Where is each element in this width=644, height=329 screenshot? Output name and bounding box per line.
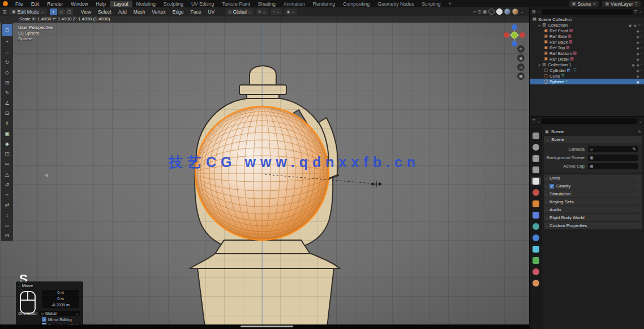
- sidebar-collapse-arrow[interactable]: ◀: [44, 172, 48, 178]
- tab-output[interactable]: [531, 154, 541, 163]
- tab-texture[interactable]: [531, 279, 541, 287]
- outliner-row-ref-bottom[interactable]: ▣ Ref Bottom ▨ ◉ ▫: [530, 50, 644, 56]
- background-scene-field[interactable]: ▣: [588, 155, 638, 161]
- exclude-checkbox[interactable]: ▣: [629, 23, 632, 27]
- pivot-point-dropdown[interactable]: ⊙ ⌄: [256, 8, 268, 15]
- menu-uv[interactable]: UV: [204, 9, 218, 15]
- workspace-tab-sculpting[interactable]: Sculpting: [160, 1, 187, 7]
- disable-render-icon[interactable]: ▫: [641, 40, 642, 44]
- axis-x-negative[interactable]: [504, 32, 509, 38]
- hide-eye-icon[interactable]: ◉: [637, 57, 639, 61]
- tool-edge-slide[interactable]: ⇄: [2, 200, 12, 210]
- axis-z-positive[interactable]: [512, 24, 517, 30]
- axis-z-negative[interactable]: [512, 41, 517, 46]
- tool-bevel[interactable]: ◆: [2, 139, 12, 148]
- snap-dropdown[interactable]: ∩ ⌄: [271, 8, 282, 15]
- mirror-editing-checkbox[interactable]: ✓: [42, 317, 46, 322]
- disable-viewport-icon[interactable]: ▪: [638, 23, 639, 27]
- move-z-field[interactable]: -0.2039 m: [42, 302, 79, 308]
- panel-simulation[interactable]: › Simulation ::: [544, 190, 642, 198]
- tool-measure[interactable]: ∠: [2, 98, 12, 108]
- workspace-tab-layout[interactable]: Layout: [110, 1, 132, 7]
- disable-render-icon[interactable]: ▫: [641, 29, 642, 33]
- tab-tool[interactable]: [531, 131, 541, 140]
- filter-funnel-icon[interactable]: ▽: [634, 10, 637, 14]
- transform-orientation-dropdown[interactable]: ◎ Global ⌄: [226, 8, 254, 15]
- shading-rendered-button[interactable]: [512, 8, 518, 15]
- tool-knife[interactable]: ✂: [2, 159, 12, 169]
- tab-modifiers[interactable]: [531, 211, 541, 219]
- add-workspace-button[interactable]: +: [445, 1, 456, 7]
- expand-caret[interactable]: ▾: [537, 63, 542, 67]
- properties-search-input[interactable]: [542, 118, 637, 124]
- move-y-field[interactable]: 0 m: [42, 296, 79, 302]
- filter-icon[interactable]: ▽: [635, 2, 638, 6]
- outliner-row-cylinder[interactable]: ▢ Cylinder ◩ ▽ ◉ ▫: [530, 67, 644, 73]
- tool-select-box[interactable]: □: [2, 24, 12, 36]
- outliner-row-ref-side[interactable]: ▣ Ref Side ▨ ◉ ▫: [530, 33, 644, 39]
- menu-add[interactable]: Add: [115, 9, 130, 15]
- workspace-tab-geometry-nodes[interactable]: Geometry Nodes: [373, 1, 418, 7]
- tool-inset-faces[interactable]: ▣: [2, 129, 12, 138]
- tab-object[interactable]: [531, 199, 541, 208]
- eyedropper-icon[interactable]: ✎: [632, 147, 636, 152]
- tab-object-data[interactable]: [531, 256, 541, 264]
- pan-hand-icon[interactable]: ◉: [517, 54, 525, 62]
- operator-redo-panel[interactable]: ⌄ Move 0 m 0 m -0.2039 m Orientation ◎ G…: [16, 281, 83, 326]
- disable-render-icon[interactable]: ▫: [641, 69, 642, 72]
- tool-scale[interactable]: ◇: [2, 67, 12, 77]
- unlink-icon[interactable]: ✕: [593, 2, 596, 6]
- menu-edge[interactable]: Edge: [169, 9, 187, 15]
- operator-panel-title[interactable]: ⌄ Move: [18, 283, 81, 288]
- shading-wireframe-button[interactable]: [488, 8, 495, 15]
- outliner-row-ref-back[interactable]: ▣ Ref Back ▨ ◉ ▫: [530, 39, 644, 45]
- menu-select[interactable]: Select: [95, 9, 115, 15]
- panel-custom-properties[interactable]: › Custom Properties ::: [544, 222, 642, 229]
- outliner-display-mode-icon[interactable]: ▤: [532, 10, 536, 14]
- hide-eye-icon[interactable]: ◉: [637, 35, 639, 39]
- tool-shear[interactable]: ▱: [2, 220, 12, 230]
- proportional-editing-dropdown[interactable]: ◉ ⌄: [285, 8, 297, 15]
- blender-logo-icon[interactable]: [3, 1, 8, 6]
- view-layer-selector[interactable]: ▦ ViewLayer ▽: [602, 1, 641, 7]
- disable-render-icon[interactable]: ▫: [641, 80, 642, 84]
- tool-shrink-fatten[interactable]: ↕: [2, 210, 12, 220]
- tool-rotate[interactable]: ↻: [2, 57, 12, 67]
- orientation-dropdown[interactable]: ◎ Global ⌄: [39, 311, 80, 316]
- menu-help[interactable]: Help: [92, 1, 109, 7]
- outliner-row-scene-collection[interactable]: ▤ Scene Collection: [530, 16, 644, 22]
- active-clip-field[interactable]: ▦: [588, 163, 638, 169]
- outliner-row-sphere-selected[interactable]: ◯ Sphere ▽ ◉ ▫: [530, 79, 644, 84]
- camera-field[interactable]: ◎ ✎: [588, 146, 638, 152]
- tab-world[interactable]: [531, 188, 541, 196]
- camera-view-icon[interactable]: ◎: [517, 63, 525, 71]
- outliner-row-ref-top[interactable]: ▣ Ref Top ▨ ◉ ▫: [530, 45, 644, 50]
- video-progress-bar[interactable]: [241, 326, 293, 327]
- xray-icon[interactable]: ▩: [483, 10, 487, 14]
- workspace-tab-compositing[interactable]: Compositing: [339, 1, 373, 7]
- filter-icon[interactable]: ⌄: [639, 119, 642, 123]
- panel-scene[interactable]: ⌄ Scene ::: [544, 136, 642, 143]
- pin-icon[interactable]: ⊙: [638, 130, 641, 134]
- panel-audio[interactable]: › Audio ::: [544, 206, 642, 213]
- workspace-tab-animation[interactable]: Animation: [280, 1, 309, 7]
- edge-select-button[interactable]: ◇: [58, 8, 65, 15]
- hide-eye-icon[interactable]: ◉: [637, 69, 639, 72]
- menu-render[interactable]: Render: [43, 1, 67, 7]
- workspace-tab-texture-paint[interactable]: Texture Paint: [218, 1, 254, 7]
- expand-caret[interactable]: ▾: [537, 23, 542, 27]
- outliner-row-collection-1[interactable]: ▾ ▥ Collection 1 ▣ ◉ ▫: [530, 62, 644, 67]
- outliner-row-cube[interactable]: ▢ Cube ▽ ◉ ▫: [530, 73, 644, 79]
- menu-window[interactable]: Window: [67, 1, 92, 7]
- mode-dropdown[interactable]: ▣ Edit Mode ⌄: [9, 8, 47, 15]
- tool-rip-region[interactable]: ⊟: [2, 230, 12, 240]
- menu-face[interactable]: Face: [187, 9, 205, 15]
- show-gizmo-icon[interactable]: ⌖: [474, 10, 476, 14]
- tool-annotate[interactable]: ✎: [2, 88, 12, 97]
- disable-render-icon[interactable]: ▫: [641, 74, 642, 78]
- disable-render-icon[interactable]: ▫: [641, 23, 642, 27]
- hide-eye-icon[interactable]: ◉: [633, 23, 636, 27]
- scene-selector[interactable]: ▣ Scene ✕: [569, 1, 599, 7]
- tool-transform[interactable]: ⊞: [2, 78, 12, 87]
- disable-render-icon[interactable]: ▫: [641, 57, 642, 61]
